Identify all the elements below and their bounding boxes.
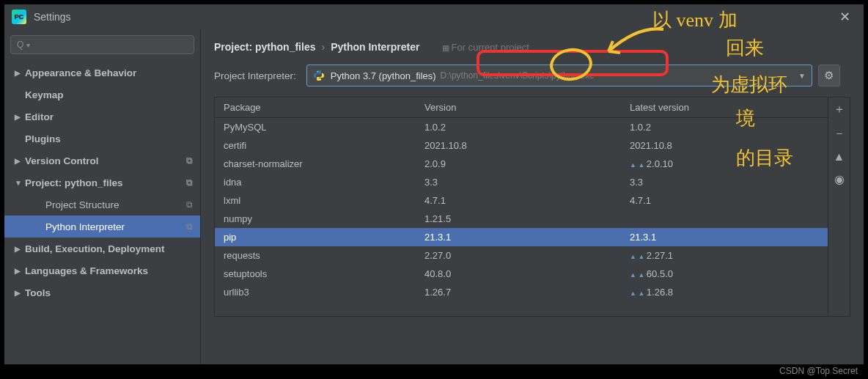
sidebar-item[interactable]: ▶Editor (4, 106, 200, 128)
gear-icon: ⚙ (824, 69, 834, 82)
sidebar-item[interactable]: ▶Tools (4, 282, 200, 303)
sidebar-item-label: Appearance & Behavior (25, 67, 136, 78)
cell-package: numpy (215, 213, 417, 224)
copy-icon: ⧉ (186, 199, 193, 210)
col-version[interactable]: Version (417, 102, 622, 113)
sidebar-item-label: Languages & Frameworks (25, 265, 148, 276)
table-row[interactable]: pip21.3.121.3.1 (215, 228, 828, 246)
copy-icon: ⧉ (186, 155, 193, 166)
breadcrumb-separator: › (321, 41, 325, 53)
sidebar-item[interactable]: ▼Project: python_files⧉ (4, 172, 200, 194)
pycharm-icon: PC (12, 10, 26, 24)
watermark: CSDN @Top Secret (779, 366, 858, 376)
titlebar: PC Settings ✕ (4, 4, 864, 29)
interpreter-dropdown[interactable]: Python 3.7 (python_files) D:\python_file… (306, 65, 812, 87)
breadcrumb-current: Python Interpreter (331, 41, 419, 53)
copy-icon: ⧉ (186, 221, 193, 232)
cell-package: charset-normalizer (215, 158, 417, 169)
col-package[interactable]: Package (215, 102, 417, 113)
search-icon: Q (17, 40, 23, 50)
settings-tree: ▶Appearance & BehaviorKeymap▶EditorPlugi… (4, 62, 200, 364)
table-row[interactable]: urllib31.26.71.26.8 (215, 283, 828, 301)
remove-package-button[interactable]: － (834, 126, 845, 141)
cell-latest: 2021.10.8 (622, 140, 828, 151)
sidebar-item-label: Project Structure (45, 199, 119, 210)
cell-latest: 2.27.1 (622, 250, 828, 261)
sidebar-item[interactable]: Plugins (4, 128, 200, 150)
upgrade-package-button[interactable]: ▲ (834, 150, 845, 163)
col-latest[interactable]: Latest version (622, 102, 828, 113)
cell-latest: 3.3 (622, 177, 828, 188)
cell-package: lxml (215, 195, 417, 206)
python-icon (313, 70, 325, 81)
table-row[interactable]: numpy1.21.5 (215, 210, 828, 228)
sidebar-item[interactable]: ▶Version Control⧉ (4, 150, 200, 172)
sidebar-item[interactable]: Project Structure⧉ (4, 194, 200, 216)
cell-version: 40.8.0 (417, 268, 622, 279)
table-row[interactable]: PyMySQL1.0.21.0.2 (215, 118, 828, 136)
table-row[interactable]: idna3.33.3 (215, 173, 828, 191)
tree-arrow-icon: ▶ (15, 267, 25, 275)
chevron-down-icon: ▼ (798, 72, 806, 80)
cell-version: 1.26.7 (417, 287, 622, 298)
cell-latest: 2.0.10 (622, 158, 828, 169)
tree-arrow-icon: ▶ (15, 245, 25, 253)
sidebar-item[interactable]: ▶Appearance & Behavior (4, 62, 200, 84)
cell-version: 3.3 (417, 177, 622, 188)
show-package-button[interactable]: ◉ (834, 172, 845, 186)
sidebar-item-label: Editor (25, 111, 54, 122)
copy-icon: ⧉ (186, 177, 193, 188)
tree-arrow-icon: ▼ (15, 179, 25, 187)
table-row[interactable]: certifi2021.10.82021.10.8 (215, 136, 828, 155)
svg-point-0 (317, 71, 317, 72)
cell-package: PyMySQL (215, 122, 417, 133)
add-package-button[interactable]: ＋ (834, 102, 845, 117)
sidebar-item-label: Python Interpreter (45, 221, 125, 232)
cell-package: certifi (215, 140, 417, 151)
cell-package: requests (215, 250, 417, 261)
cell-latest: 21.3.1 (622, 232, 828, 243)
cell-version: 2021.10.8 (417, 140, 622, 151)
cell-latest: 1.26.8 (622, 287, 828, 298)
search-input[interactable]: Q▾ (10, 35, 194, 54)
sidebar-item-label: Version Control (25, 155, 99, 166)
interpreter-path: D:\python_files\venv\Scripts\python.exe (441, 70, 595, 81)
cell-version: 2.0.9 (417, 158, 622, 169)
sidebar-item[interactable]: Keymap (4, 84, 200, 106)
cell-version: 1.0.2 (417, 122, 622, 133)
svg-point-1 (320, 78, 320, 79)
interpreter-label: Project Interpreter: (214, 70, 296, 81)
table-row[interactable]: requests2.27.02.27.1 (215, 246, 828, 265)
sidebar-item[interactable]: ▶Languages & Frameworks (4, 260, 200, 282)
sidebar-item-label: Keymap (25, 89, 64, 100)
table-row[interactable]: setuptools40.8.060.5.0 (215, 265, 828, 283)
sidebar-item[interactable]: Python Interpreter⧉ (4, 216, 200, 238)
sidebar-item[interactable]: ▶Build, Execution, Deployment (4, 238, 200, 260)
table-row[interactable]: lxml4.7.14.7.1 (215, 191, 828, 210)
cell-version: 1.21.5 (417, 213, 622, 224)
tree-arrow-icon: ▶ (15, 113, 25, 121)
cell-version: 4.7.1 (417, 195, 622, 206)
sidebar-item-label: Plugins (25, 133, 61, 144)
settings-window: PC Settings ✕ Q▾ ▶Appearance & BehaviorK… (4, 4, 864, 364)
sidebar-item-label: Tools (25, 287, 51, 298)
interpreter-settings-button[interactable]: ⚙ (818, 65, 840, 87)
table-row[interactable]: charset-normalizer2.0.92.0.10 (215, 155, 828, 173)
packages-table: Package Version Latest version PyMySQL1.… (214, 97, 850, 317)
interpreter-name: Python 3.7 (python_files) (331, 70, 436, 81)
cell-package: idna (215, 177, 417, 188)
close-icon[interactable]: ✕ (834, 6, 856, 28)
tree-arrow-icon: ▶ (15, 69, 25, 77)
table-header: Package Version Latest version (215, 97, 828, 118)
tree-arrow-icon: ▶ (15, 289, 25, 297)
cell-latest: 4.7.1 (622, 195, 828, 206)
cell-package: urllib3 (215, 287, 417, 298)
package-actions: ＋ － ▲ ◉ (828, 97, 850, 316)
window-title: Settings (34, 11, 834, 23)
cell-latest: 60.5.0 (622, 268, 828, 279)
settings-sidebar: Q▾ ▶Appearance & BehaviorKeymap▶EditorPl… (4, 29, 201, 364)
sidebar-item-label: Project: python_files (25, 177, 123, 188)
interpreter-row: Project Interpreter: Python 3.7 (python_… (201, 65, 864, 97)
breadcrumb: Project: python_files › Python Interpret… (201, 29, 864, 65)
cell-version: 21.3.1 (417, 232, 622, 243)
